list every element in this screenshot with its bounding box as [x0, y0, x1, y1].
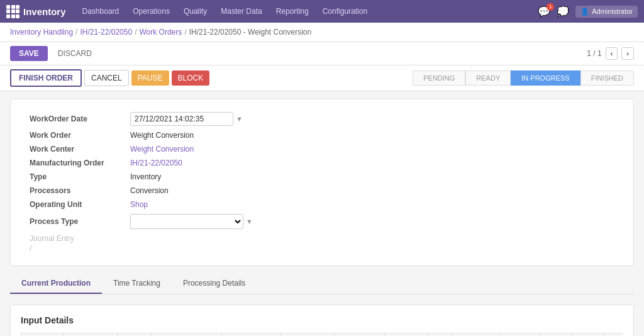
breadcrumb-sep-3: /	[184, 28, 186, 36]
th-quantity: Quantity	[501, 333, 540, 337]
breadcrumb-ih-number[interactable]: IH/21-22/02050	[80, 28, 132, 36]
table-header-row: Product Material Type Source Lot/Serial …	[21, 333, 624, 337]
toolbar-right: 1 / 1 ‹ ›	[587, 47, 634, 60]
work-order-value: Weight Conversion	[130, 131, 194, 140]
pause-button[interactable]: PAUSE	[131, 70, 169, 86]
th-lot-serial: Lot/Serial Number	[152, 333, 222, 337]
type-value: Inventory	[130, 172, 161, 181]
breadcrumb-work-orders[interactable]: Work Orders	[139, 28, 182, 36]
breadcrumb-current: IH/21-22/02050 - Weight Conversion	[189, 28, 312, 36]
process-type-label: Process Type	[30, 217, 130, 226]
th-crop-year: Crop Year	[385, 333, 428, 337]
tab-content-current-production: Input Details Product Material Type Sour…	[10, 305, 634, 336]
breadcrumb-sep-1: /	[75, 28, 77, 36]
slash-separator: /	[30, 244, 614, 253]
admin-menu[interactable]: 👤 Administrator	[575, 6, 638, 18]
tab-current-production[interactable]: Current Production	[10, 274, 102, 294]
workorder-date-dropdown-icon[interactable]: ▼	[236, 115, 243, 123]
operating-unit-value[interactable]: Shop	[130, 200, 148, 209]
work-order-row: Work Order Weight Conversion	[30, 131, 614, 140]
th-product: Product	[21, 333, 64, 337]
th-uom: UOM	[540, 333, 573, 337]
type-label: Type	[30, 172, 130, 181]
workorder-date-input-wrap: ▼	[130, 112, 243, 126]
tab-time-tracking[interactable]: Time Tracking	[102, 274, 172, 294]
next-page-button[interactable]: ›	[621, 47, 634, 60]
notification-icon[interactable]: 💬 1	[538, 6, 550, 18]
main-content: WorkOrder Date ▼ Work Order Weight Conve…	[0, 91, 644, 336]
nav-dashboard[interactable]: Dashboard	[76, 0, 126, 23]
toolbar-left: SAVE DISCARD	[10, 46, 98, 61]
th-nos: Nos	[428, 333, 452, 337]
admin-label: Administrator	[592, 8, 633, 15]
action-buttons: FINISH ORDER CANCEL PAUSE BLOCK	[10, 69, 209, 87]
journal-entry-label: Journal Entry	[30, 234, 614, 243]
breadcrumb-inventory-handling[interactable]: Inventory Handling	[10, 28, 73, 36]
process-type-row: Process Type ▼	[30, 214, 614, 229]
operating-unit-row: Operating Unit Shop	[30, 200, 614, 209]
th-material-type: Material Type	[63, 333, 118, 337]
breadcrumb: Inventory Handling / IH/21-22/02050 / Wo…	[0, 23, 644, 42]
save-toolbar: SAVE DISCARD 1 / 1 ‹ ›	[0, 42, 644, 65]
processors-label: Processors	[30, 186, 130, 195]
finish-order-button[interactable]: FINISH ORDER	[10, 69, 82, 87]
manufacturing-order-row: Manufacturing Order IH/21-22/02050	[30, 159, 614, 167]
process-type-dropdown-icon: ▼	[246, 218, 253, 225]
block-button[interactable]: BLOCK	[172, 70, 210, 86]
nav-operations[interactable]: Operations	[126, 0, 176, 23]
th-rate: Rate	[572, 333, 604, 337]
nav-master-data[interactable]: Master Data	[214, 0, 268, 23]
process-type-select[interactable]	[130, 214, 243, 229]
status-flow: PENDING READY IN PROGRESS FINISHED	[413, 70, 634, 86]
work-center-row: Work Center Weight Conversion	[30, 145, 614, 154]
app-logo: Inventory	[6, 5, 66, 18]
prev-page-button[interactable]: ‹	[606, 47, 618, 60]
status-finished[interactable]: FINISHED	[580, 70, 634, 86]
th-sublot-ref: SublotRef.	[222, 333, 281, 337]
input-details-title: Input Details	[21, 315, 623, 325]
work-center-value[interactable]: Weight Conversion	[130, 145, 194, 154]
grid-icon	[6, 5, 19, 18]
workorder-date-input[interactable]	[130, 112, 233, 126]
tabs: Current Production Time Tracking Process…	[10, 274, 634, 294]
table-scroll-container: Product Material Type Source Lot/Serial …	[21, 333, 623, 336]
workorder-date-row: WorkOrder Date ▼	[30, 112, 614, 126]
breadcrumb-sep-2: /	[135, 28, 136, 36]
action-toolbar: FINISH ORDER CANCEL PAUSE BLOCK PENDING …	[0, 65, 644, 91]
tab-processing-details[interactable]: Processing Details	[172, 274, 257, 294]
th-paddy-status: Paddy Status	[280, 333, 335, 337]
th-no-of-bags: No. of Bags	[452, 333, 501, 337]
discard-button[interactable]: DISCARD	[52, 46, 98, 61]
processors-value: Conversion	[130, 186, 169, 195]
cancel-button[interactable]: CANCEL	[84, 70, 129, 86]
navbar: Inventory Dashboard Operations Quality M…	[0, 0, 644, 23]
manufacturing-order-value[interactable]: IH/21-22/02050	[130, 159, 182, 167]
process-type-input-wrap: ▼	[130, 214, 253, 229]
admin-avatar-icon: 👤	[580, 8, 589, 16]
app-name: Inventory	[23, 6, 66, 17]
processors-row: Processors Conversion	[30, 186, 614, 195]
status-pending[interactable]: PENDING	[413, 70, 465, 86]
nav-right: 💬 1 💭 👤 Administrator	[538, 6, 638, 18]
type-row: Type Inventory	[30, 172, 614, 181]
nav-configuration[interactable]: Configuration	[316, 0, 374, 23]
workorder-date-label: WorkOrder Date	[30, 115, 130, 123]
input-details-table: Product Material Type Source Lot/Serial …	[21, 333, 623, 336]
th-value: Value	[604, 333, 623, 337]
work-order-label: Work Order	[30, 131, 130, 140]
chat-icon[interactable]: 💭	[557, 6, 569, 18]
nav-menu: Dashboard Operations Quality Master Data…	[76, 0, 535, 23]
th-source: Source	[118, 333, 152, 337]
operating-unit-label: Operating Unit	[30, 200, 130, 209]
notification-badge: 1	[547, 3, 554, 11]
nav-reporting[interactable]: Reporting	[270, 0, 315, 23]
nav-quality[interactable]: Quality	[177, 0, 213, 23]
manufacturing-order-label: Manufacturing Order	[30, 159, 130, 167]
status-in-progress[interactable]: IN PROGRESS	[511, 70, 580, 86]
status-ready[interactable]: READY	[465, 70, 511, 86]
save-button[interactable]: SAVE	[10, 46, 48, 61]
form-card: WorkOrder Date ▼ Work Order Weight Conve…	[10, 99, 634, 266]
work-center-label: Work Center	[30, 145, 130, 154]
th-crop-month: Crop Month	[335, 333, 385, 337]
page-info: 1 / 1	[587, 49, 601, 58]
